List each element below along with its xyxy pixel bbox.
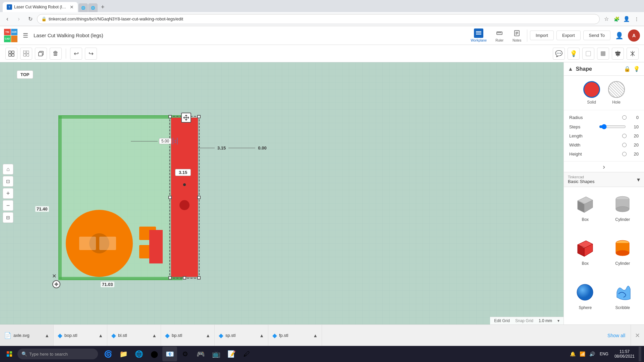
- nav-forward-btn[interactable]: ›: [14, 14, 23, 24]
- taskbar-bl-arrow[interactable]: ▲: [152, 333, 157, 338]
- duplicate-btn[interactable]: [35, 48, 47, 60]
- undo-btn[interactable]: ↩: [70, 48, 82, 60]
- bulb-btn[interactable]: 💡: [568, 48, 580, 60]
- network-icon[interactable]: 📶: [578, 350, 587, 358]
- profile-btn[interactable]: 👤: [622, 14, 631, 24]
- browser-tab-inactive[interactable]: 🌐: [78, 3, 88, 12]
- taskbar-bl-icon: ◆: [111, 332, 116, 339]
- windows-start-btn[interactable]: [1, 346, 17, 362]
- ruler-icon-btn[interactable]: Ruler: [492, 27, 507, 44]
- shape-solid-btn[interactable]: [597, 48, 609, 60]
- solid-option[interactable]: Solid: [583, 81, 600, 105]
- taskbar-misc-btn-3[interactable]: 🎮: [193, 347, 208, 361]
- show-desktop-btn[interactable]: [639, 347, 641, 361]
- shape-item-scribble[interactable]: Scribble: [605, 279, 640, 320]
- taskbar-item-bl[interactable]: ◆ bl.stl ▲: [107, 325, 161, 346]
- workplane-icon-btn[interactable]: Workplane: [468, 27, 489, 44]
- bookmark-btn[interactable]: ☆: [602, 14, 611, 24]
- shape-bulb-btn[interactable]: 💡: [633, 66, 640, 72]
- library-expand-btn[interactable]: ▾: [637, 176, 640, 183]
- expand-arrow-icon: ›: [603, 163, 605, 171]
- dim-7103: 71.03: [101, 282, 114, 287]
- taskbar-edge-btn[interactable]: 🌐: [131, 347, 146, 361]
- taskbar-misc-btn-1[interactable]: 📧: [162, 347, 177, 361]
- taskbar-item-axle[interactable]: 📄 axle.svg ▲: [0, 325, 54, 346]
- taskbar-fp-arrow[interactable]: ▲: [313, 333, 318, 338]
- layers-btn[interactable]: ⊟: [3, 212, 13, 223]
- tab-close-icon[interactable]: ✕: [70, 4, 74, 10]
- export-btn[interactable]: Export: [556, 31, 581, 40]
- shape-lock-btn[interactable]: 🔒: [624, 66, 631, 72]
- radius-radio[interactable]: [622, 115, 627, 120]
- shape-panel-collapse-btn[interactable]: ▲: [568, 66, 573, 72]
- browser-tabs-bar: T Laser Cut Walking Robot (legs) - Tinke…: [0, 0, 644, 12]
- comment-btn[interactable]: 💬: [553, 48, 565, 60]
- shape-outline-btn[interactable]: [582, 48, 594, 60]
- nav-reload-btn[interactable]: ↻: [25, 14, 35, 24]
- notification-icon[interactable]: 🔔: [569, 350, 577, 358]
- taskbar-bp-arrow[interactable]: ▲: [206, 333, 210, 338]
- steps-slider[interactable]: [599, 124, 626, 129]
- taskbar-cortana-btn[interactable]: 🌀: [101, 347, 115, 361]
- new-tab-btn[interactable]: +: [98, 3, 107, 11]
- taskbar-explorer-btn[interactable]: 📁: [116, 347, 131, 361]
- hamburger-menu-btn[interactable]: ☰: [20, 30, 31, 41]
- small-red-rect[interactable]: [149, 230, 163, 263]
- shape-item-blue-sphere[interactable]: Sphere: [568, 279, 603, 320]
- browser-tab-inactive-2[interactable]: 🌐: [88, 3, 98, 12]
- delete-btn[interactable]: 🗑: [50, 48, 62, 60]
- clock[interactable]: 11:57 08/06/2021: [612, 349, 637, 359]
- height-radio[interactable]: [622, 152, 627, 156]
- taskbar-misc-btn-2[interactable]: ⚙: [178, 347, 193, 361]
- ungroup-btn[interactable]: [20, 48, 32, 60]
- home-view-btn[interactable]: ⌂: [3, 164, 13, 175]
- grey-box-label: Box: [582, 217, 589, 222]
- width-radio[interactable]: [622, 143, 627, 147]
- canvas-area[interactable]: TOP ⌂ ⊡ + − ⊟ 5.00: [0, 62, 564, 324]
- taskbar-misc-btn-4[interactable]: 📺: [209, 347, 223, 361]
- fit-view-btn[interactable]: ⊡: [3, 176, 13, 187]
- taskbar-item-sp[interactable]: ◆ sp.stl ▲: [215, 325, 268, 346]
- length-radio[interactable]: [622, 134, 627, 138]
- shape-item-grey-box[interactable]: Box: [568, 191, 603, 232]
- address-bar-container[interactable]: 🔒 tinkercad.com/things/boVNGaqN3Y8-laser…: [37, 14, 600, 24]
- edit-grid-btn[interactable]: Edit Grid: [494, 318, 510, 323]
- taskbar-item-bop[interactable]: ◆ bop.stl ▲: [54, 325, 107, 346]
- taskbar-misc-btn-5[interactable]: 📝: [224, 347, 239, 361]
- align-btn[interactable]: [612, 48, 624, 60]
- import-btn[interactable]: Import: [530, 31, 554, 40]
- shape-item-red-box[interactable]: Box: [568, 235, 603, 276]
- taskbar-close-btn[interactable]: ✕: [631, 325, 644, 346]
- taskbar-axle-arrow[interactable]: ▲: [45, 333, 49, 338]
- hole-option[interactable]: Hole: [608, 81, 625, 105]
- send-to-btn[interactable]: Send To: [583, 31, 610, 40]
- taskbar-item-bp[interactable]: ◆ bp.stl ▲: [161, 325, 215, 346]
- shape-item-grey-cylinder[interactable]: Cylinder: [605, 191, 640, 232]
- nav-back-btn[interactable]: ‹: [3, 14, 12, 24]
- taskbar-chrome-btn[interactable]: ⬤: [147, 347, 162, 361]
- taskbar-show-all[interactable]: Show all: [602, 325, 631, 346]
- zoom-out-btn[interactable]: −: [3, 200, 13, 211]
- notes-icon-btn[interactable]: Notes: [509, 27, 524, 44]
- shape-item-orange-cylinder[interactable]: Cylinder: [605, 235, 640, 276]
- user-add-btn[interactable]: 👤: [613, 29, 625, 42]
- snap-grid-arrow[interactable]: ▾: [557, 318, 559, 323]
- browser-tab-active[interactable]: T Laser Cut Walking Robot (legs) - Tinke…: [3, 2, 78, 12]
- user-avatar-btn[interactable]: A: [628, 29, 640, 42]
- volume-icon[interactable]: 🔊: [588, 350, 596, 358]
- redo-btn[interactable]: ↪: [85, 48, 97, 60]
- menu-btn[interactable]: ⋮: [632, 14, 641, 24]
- move-handle[interactable]: [181, 113, 191, 123]
- dim-315-right: 3.15: [217, 145, 226, 150]
- mirror-btn[interactable]: [627, 48, 639, 60]
- taskbar-bop-arrow[interactable]: ▲: [98, 333, 103, 338]
- orange-circle-shape[interactable]: [66, 210, 133, 277]
- taskbar-item-fp[interactable]: ◆ fp.stl ▲: [268, 325, 322, 346]
- taskbar-misc-btn-6[interactable]: 🖊: [239, 347, 254, 361]
- shape-expand-row[interactable]: ›: [564, 162, 644, 172]
- taskbar-sp-arrow[interactable]: ▲: [259, 333, 264, 338]
- windows-search[interactable]: 🔍 Type here to search: [17, 349, 98, 359]
- extensions-btn[interactable]: 🧩: [612, 14, 621, 24]
- zoom-in-btn[interactable]: +: [3, 188, 13, 199]
- group-btn[interactable]: [5, 48, 17, 60]
